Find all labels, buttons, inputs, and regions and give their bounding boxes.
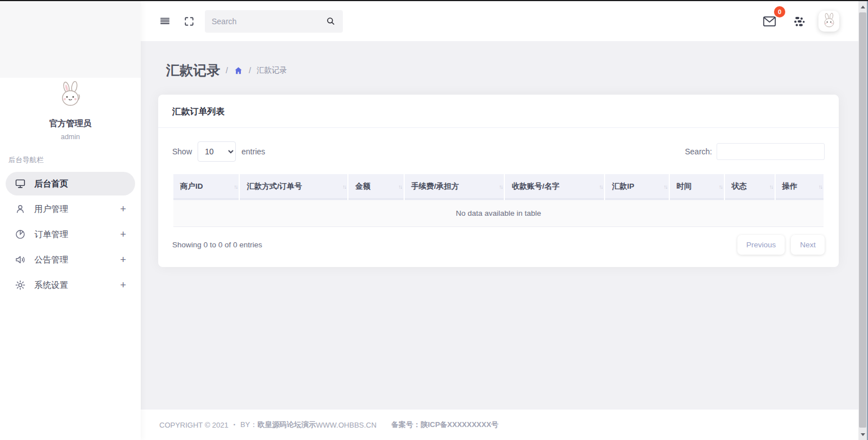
sidebar: 官方管理员 admin 后台导航栏 后台首页 用户管理 + (0, 1, 141, 440)
profile-avatar (56, 81, 85, 113)
scroll-up-arrow[interactable] (858, 2, 867, 11)
sidebar-header-block (0, 1, 141, 78)
gear-icon (15, 279, 26, 291)
previous-page-button[interactable]: Previous (737, 235, 785, 255)
length-label-entries: entries (241, 147, 265, 156)
page-header: 汇款记录 / / 汇款记录 (166, 61, 839, 79)
sort-icon: ↑↓ (599, 183, 602, 189)
column-header-fee-bearer[interactable]: 手续费/承担方↑↓ (405, 174, 504, 200)
length-label-show: Show (172, 147, 192, 156)
user-avatar-image (821, 13, 838, 30)
user-icon (15, 203, 26, 215)
sidebar-item-label: 订单管理 (34, 229, 68, 240)
breadcrumb-separator: / (249, 66, 251, 75)
sort-icon: ↑↓ (664, 183, 667, 189)
sidebar-item-label: 系统设置 (34, 280, 68, 291)
speaker-icon (15, 254, 26, 265)
sort-icon: ↑↓ (719, 183, 722, 189)
vertical-scrollbar[interactable] (858, 1, 868, 440)
page-length-control: Show 10 entries (172, 141, 265, 162)
sort-icon: ↑↓ (769, 183, 773, 189)
pagination: Previous Next (737, 235, 825, 255)
column-header-method-orderno[interactable]: 汇款方式/订单号↑↓ (240, 174, 347, 200)
profile-name: 官方管理员 (0, 118, 141, 129)
sort-icon: ↑↓ (818, 183, 822, 189)
profile: 官方管理员 admin (0, 81, 141, 141)
expand-plus-icon[interactable]: + (120, 255, 126, 265)
sidebar-item-label: 公告管理 (34, 255, 68, 265)
sidebar-item-label: 用户管理 (34, 204, 68, 215)
search-icon[interactable] (325, 16, 336, 26)
footer-brand: 欧皇源码论坛演示 (257, 420, 316, 430)
sort-icon: ↑↓ (234, 183, 237, 189)
sidebar-nav: 后台首页 用户管理 + 订单管理 + (0, 172, 141, 297)
breadcrumb-separator: / (226, 66, 228, 75)
user-avatar-button[interactable] (818, 11, 839, 32)
footer-copyright: COPYRIGHT © 2021 (159, 421, 229, 429)
scrollbar-thumb[interactable] (859, 12, 866, 428)
table-search-control: Search: (685, 143, 825, 160)
expand-plus-icon[interactable]: + (120, 204, 126, 214)
page-length-select[interactable]: 10 (198, 141, 236, 162)
search-input[interactable] (212, 17, 325, 26)
breadcrumb-home-link[interactable] (234, 66, 243, 75)
column-header-status[interactable]: 状态↑↓ (725, 174, 775, 200)
topbar: 0 (141, 1, 858, 41)
expand-plus-icon[interactable]: + (120, 229, 126, 239)
footer-site: WWW.OHBBS.CN (316, 421, 377, 429)
topbar-actions: 0 (759, 11, 839, 32)
main-column: 0 (141, 1, 858, 440)
monitor-icon (15, 178, 26, 189)
sort-icon: ↑↓ (399, 183, 402, 189)
profile-username: admin (0, 133, 141, 141)
home-icon (234, 66, 243, 75)
card-body: Show 10 entries Search: (158, 128, 839, 267)
sort-icon: ↑↓ (342, 183, 346, 189)
card-header: 汇款订单列表 (158, 95, 839, 128)
app-window: 官方管理员 admin 后台导航栏 后台首页 用户管理 + (0, 1, 868, 440)
empty-table-row: No data available in table (173, 200, 824, 227)
table-header-row: 商户ID↑↓ 汇款方式/订单号↑↓ 金额↑↓ 手续费/承担方↑↓ 收款账号/名字… (173, 174, 824, 200)
table-info: Showing 0 to 0 of 0 entries (172, 241, 262, 249)
page-content: 汇款记录 / / 汇款记录 汇款订单列表 Show (141, 41, 858, 410)
table-controls: Show 10 entries Search: (172, 141, 825, 162)
footer-icp: 备案号：陕ICP备XXXXXXXXX号 (391, 420, 499, 430)
page-title: 汇款记录 (166, 61, 220, 79)
fullscreen-button[interactable] (180, 12, 198, 30)
table-search-input[interactable] (717, 143, 825, 160)
remittance-table: 商户ID↑↓ 汇款方式/订单号↑↓ 金额↑↓ 手续费/承担方↑↓ 收款账号/名字… (172, 174, 825, 227)
sidebar-item-settings[interactable]: 系统设置 + (6, 273, 135, 297)
table-footer: Showing 0 to 0 of 0 entries Previous Nex… (172, 235, 825, 255)
pie-chart-icon (15, 229, 26, 240)
apps-button[interactable] (789, 11, 809, 32)
card-title: 汇款订单列表 (172, 106, 825, 118)
next-page-button[interactable]: Next (791, 235, 825, 255)
column-header-payee-account[interactable]: 收款账号/名字↑↓ (505, 174, 604, 200)
table-search-label: Search: (685, 147, 712, 156)
sidebar-item-users[interactable]: 用户管理 + (6, 197, 135, 221)
column-header-amount[interactable]: 金额↑↓ (348, 174, 403, 200)
footer: COPYRIGHT © 2021 • BY：欧皇源码论坛演示WWW.OHBBS.… (141, 410, 858, 440)
footer-bullet: • (234, 422, 235, 428)
mail-button[interactable]: 0 (759, 11, 780, 32)
column-header-actions[interactable]: 操作↑↓ (776, 174, 824, 200)
sort-icon: ↑↓ (499, 183, 502, 189)
expand-plus-icon[interactable]: + (120, 280, 126, 290)
footer-by-label: BY： (240, 420, 257, 430)
column-header-merchant-id[interactable]: 商户ID↑↓ (173, 174, 239, 200)
scroll-down-arrow[interactable] (858, 430, 867, 439)
sidebar-item-label: 后台首页 (34, 179, 68, 189)
breadcrumb-current: 汇款记录 (257, 65, 287, 75)
sidebar-item-dashboard[interactable]: 后台首页 (6, 172, 135, 195)
sidebar-item-announcements[interactable]: 公告管理 + (6, 248, 135, 272)
topbar-search (205, 10, 343, 33)
remittance-list-card: 汇款订单列表 Show 10 entries Search: (158, 95, 839, 267)
empty-table-message: No data available in table (173, 200, 824, 227)
column-header-time[interactable]: 时间↑↓ (670, 174, 724, 200)
sidebar-section-label: 后台导航栏 (8, 155, 141, 165)
sidebar-item-orders[interactable]: 订单管理 + (6, 223, 135, 246)
column-header-remit-ip[interactable]: 汇款IP↑↓ (605, 174, 669, 200)
menu-toggle-button[interactable] (155, 12, 175, 31)
notification-badge: 0 (774, 6, 785, 17)
